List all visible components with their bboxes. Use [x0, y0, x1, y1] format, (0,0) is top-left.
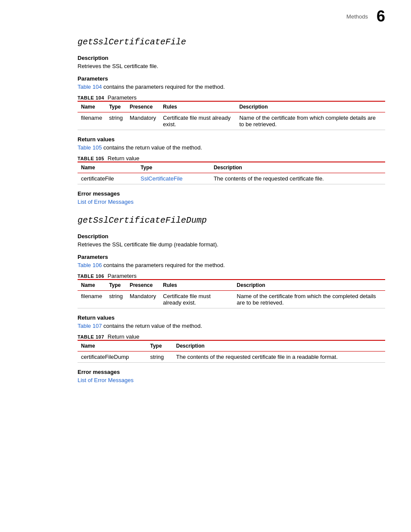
parameters-heading-1: Parameters [78, 75, 385, 82]
parameters-table-104: Name Type Presence Rules Description fil… [78, 101, 385, 130]
ret-col-description-1: Description [210, 162, 385, 173]
error-messages-link-1[interactable]: List of Error Messages [78, 199, 134, 205]
ssl-certificate-file-link[interactable]: SslCertificateFile [140, 175, 183, 182]
table-104-link[interactable]: Table 104 [78, 84, 102, 90]
parameters-intro-suffix-1: contains the parameters required for the… [102, 84, 224, 90]
param-type: string [106, 112, 126, 130]
description-heading-2: Description [78, 233, 385, 240]
ret-col-type-2: Type [147, 340, 173, 352]
description-heading-1: Description [78, 55, 385, 61]
return-values-intro-1: Table 105 contains the return value of t… [78, 144, 385, 151]
parameters-intro-2: Table 106 contains the parameters requir… [78, 262, 385, 268]
table-107-link[interactable]: Table 107 [78, 323, 102, 329]
description-text-2: Retrieves the SSL certificate file dump … [78, 241, 385, 248]
col-rules-1: Rules [159, 101, 236, 112]
ret-col-description-2: Description [173, 340, 385, 352]
table-107-label: TABLE 107 [78, 334, 104, 339]
table-row: filename string Mandatory Certificate fi… [78, 112, 385, 130]
error-messages-heading-1: Error messages [78, 190, 385, 197]
param-name: filename [78, 291, 106, 308]
table-row: certificateFileDump string The contents … [78, 352, 385, 363]
table-104-label-row: TABLE 104 Parameters [78, 94, 385, 101]
col-name-2: Name [78, 280, 106, 291]
section-get-ssl-certificate-file: getSslCertificateFile Description Retrie… [78, 37, 385, 205]
col-presence-2: Presence [126, 280, 159, 291]
param-type: string [106, 291, 126, 308]
param-description: Name of the certificate from which compl… [236, 112, 385, 130]
ret-col-type-1: Type [137, 162, 210, 173]
return-table-105: Name Type Description certificateFile Ss… [78, 162, 385, 184]
return-name: certificateFileDump [78, 352, 147, 363]
table-105-link[interactable]: Table 105 [78, 144, 102, 151]
col-type-2: Type [106, 280, 126, 291]
error-messages-link-2[interactable]: List of Error Messages [78, 377, 134, 383]
table-106-caption: Parameters [108, 273, 137, 279]
parameters-heading-2: Parameters [78, 254, 385, 260]
param-rules: Certificate file must already exist. [159, 112, 236, 130]
return-type: SslCertificateFile [137, 173, 210, 184]
return-values-heading-2: Return values [78, 314, 385, 321]
table-106-label-row: TABLE 106 Parameters [78, 273, 385, 279]
error-messages-heading-2: Error messages [78, 369, 385, 375]
description-text-1: Retrieves the SSL certificate file. [78, 63, 385, 69]
param-presence: Mandatory [126, 112, 159, 130]
return-description: The contents of the requested certificat… [173, 352, 385, 363]
section-get-ssl-certificate-file-dump: getSslCertificateFileDump Description Re… [78, 215, 385, 383]
col-name-1: Name [78, 101, 106, 112]
error-messages-section-2: Error messages List of Error Messages [78, 369, 385, 383]
page-number: 6 [377, 9, 385, 24]
return-table-107: Name Type Description certificateFileDum… [78, 340, 385, 363]
table-105-label-row: TABLE 105 Return value [78, 155, 385, 162]
table-104-label: TABLE 104 [78, 95, 104, 100]
col-type-1: Type [106, 101, 126, 112]
col-description-1: Description [236, 101, 385, 112]
section-label: Methods [346, 13, 368, 20]
param-presence: Mandatory [126, 291, 159, 308]
return-values-heading-1: Return values [78, 136, 385, 143]
method-title-1: getSslCertificateFile [78, 37, 385, 47]
return-type: string [147, 352, 173, 363]
ret-col-name-2: Name [78, 340, 147, 352]
ret-col-name-1: Name [78, 162, 137, 173]
col-description-2: Description [234, 280, 385, 291]
table-105-label: TABLE 105 [78, 156, 104, 161]
col-rules-2: Rules [159, 280, 233, 291]
return-values-intro-suffix-1: contains the return value of the method. [102, 144, 202, 151]
table-row: certificateFile SslCertificateFile The c… [78, 173, 385, 184]
param-name: filename [78, 112, 106, 130]
table-106-label: TABLE 106 [78, 274, 104, 279]
return-name: certificateFile [78, 173, 137, 184]
page-header: Methods 6 [78, 9, 385, 24]
table-104-caption: Parameters [108, 94, 137, 101]
return-values-intro-2: Table 107 contains the return value of t… [78, 323, 385, 329]
table-row: filename string Mandatory Certificate fi… [78, 291, 385, 308]
col-presence-1: Presence [126, 101, 159, 112]
return-description: The contents of the requested certificat… [210, 173, 385, 184]
table-105-caption: Return value [108, 155, 140, 162]
table-107-label-row: TABLE 107 Return value [78, 333, 385, 340]
table-106-link[interactable]: Table 106 [78, 262, 102, 268]
parameters-intro-suffix-2: contains the parameters required for the… [102, 262, 224, 268]
parameters-intro-1: Table 104 contains the parameters requir… [78, 84, 385, 90]
table-107-caption: Return value [108, 333, 140, 340]
param-rules: Certificate file must already exist. [159, 291, 233, 308]
parameters-table-106: Name Type Presence Rules Description fil… [78, 279, 385, 308]
return-values-intro-suffix-2: contains the return value of the method. [102, 323, 202, 329]
error-messages-section-1: Error messages List of Error Messages [78, 190, 385, 205]
param-description: Name of the certificate from which the c… [234, 291, 385, 308]
method-title-2: getSslCertificateFileDump [78, 215, 385, 225]
